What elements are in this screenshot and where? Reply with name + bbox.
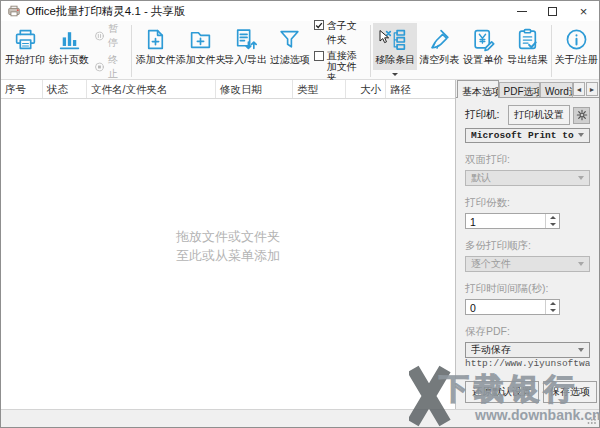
minimize-button[interactable] bbox=[506, 1, 537, 21]
gear-icon bbox=[576, 109, 588, 121]
pause-label: 暂停 bbox=[108, 22, 126, 50]
basic-options-body: 打印机: 打印机设置 Microsoft Print to PDF 双面打印: bbox=[456, 98, 599, 409]
close-button[interactable]: × bbox=[568, 1, 599, 21]
printer-icon bbox=[13, 27, 38, 52]
spinner-down-button[interactable] bbox=[546, 221, 559, 228]
resize-grip-icon[interactable] bbox=[586, 414, 597, 425]
stop-button[interactable]: 终止 bbox=[94, 53, 126, 81]
save-options-button[interactable]: 保存选项 bbox=[543, 381, 597, 403]
tab-pdf-options[interactable]: PDF选项 bbox=[499, 82, 541, 97]
include-subfolders-checkbox[interactable]: 含子文件夹 bbox=[314, 19, 367, 47]
title-bar: Office批量打印精灵4.1 - 共享版 × bbox=[1, 1, 599, 21]
dropdown-arrow-icon bbox=[392, 73, 398, 76]
spinner-down-icon bbox=[550, 309, 556, 312]
minimize-icon bbox=[517, 11, 527, 12]
filter-options-button[interactable]: 过滤选项 bbox=[268, 23, 312, 79]
start-print-label: 开始打印 bbox=[5, 54, 45, 66]
printer-select[interactable]: Microsoft Print to PDF bbox=[465, 128, 590, 143]
close-icon: × bbox=[580, 5, 588, 18]
pause-button[interactable]: 暂停 bbox=[94, 22, 126, 50]
restore-defaults-button[interactable]: 还原默认设置 bbox=[465, 381, 539, 403]
checkbox-unchecked-icon bbox=[314, 51, 324, 61]
count-pages-button[interactable]: 统计页数 bbox=[47, 23, 91, 79]
column-header-modified[interactable]: 修改日期 bbox=[216, 80, 293, 98]
status-bar bbox=[1, 409, 599, 427]
tab-scroll-right-button[interactable]: ► bbox=[586, 82, 598, 96]
app-icon bbox=[7, 4, 21, 18]
clipboard-check-icon bbox=[515, 27, 540, 52]
stop-label: 终止 bbox=[108, 53, 126, 81]
remove-items-split-button: 移除条目 bbox=[373, 23, 417, 79]
save-pdf-label: 保存PDF: bbox=[465, 325, 590, 339]
broom-icon bbox=[427, 27, 452, 52]
about-register-button[interactable]: 关于/注册 bbox=[554, 23, 598, 79]
options-panel: 基本选项 PDF选项 Word选项 ◄ ► 打印机: 打印机设置 bbox=[456, 80, 599, 409]
options-tabs: 基本选项 PDF选项 Word选项 ◄ ► bbox=[456, 80, 599, 98]
printer-label: 打印机: bbox=[465, 108, 499, 122]
info-icon bbox=[564, 27, 589, 52]
column-header-filename[interactable]: 文件名/文件夹名 bbox=[87, 80, 216, 98]
table-header: 序号 状态 文件名/文件夹名 修改日期 类型 大小 路径 bbox=[1, 80, 455, 99]
column-header-size[interactable]: 大小 bbox=[346, 80, 386, 98]
spinner-up-button[interactable] bbox=[546, 214, 559, 221]
combo-arrow-icon bbox=[578, 133, 584, 137]
about-register-label: 关于/注册 bbox=[555, 54, 598, 66]
printer-settings-button[interactable]: 打印机设置 bbox=[508, 105, 570, 125]
website-link[interactable]: http://www.yiyunsoftware.com/ bbox=[465, 358, 590, 381]
tab-scroll-left-button[interactable]: ◄ bbox=[573, 82, 585, 96]
window-controls: × bbox=[506, 1, 599, 21]
window-title: Office批量打印精灵4.1 - 共享版 bbox=[26, 4, 186, 19]
dropzone-hint: 拖放文件或文件夹 至此或从菜单添加 bbox=[1, 227, 455, 265]
column-header-type[interactable]: 类型 bbox=[293, 80, 346, 98]
remove-items-dropdown[interactable] bbox=[373, 70, 417, 79]
cursor-icon bbox=[379, 30, 391, 44]
interval-spinner[interactable]: 0 bbox=[465, 299, 560, 315]
column-header-index[interactable]: 序号 bbox=[1, 80, 43, 98]
printer-advanced-button[interactable] bbox=[573, 107, 590, 124]
count-pages-label: 统计页数 bbox=[49, 54, 89, 66]
set-unit-price-label: 设置单价 bbox=[463, 54, 503, 66]
yen-edit-icon bbox=[471, 27, 496, 52]
add-file-button[interactable]: 添加文件 bbox=[134, 23, 178, 79]
add-folder-label: 添加文件夹 bbox=[176, 54, 226, 66]
copy-order-label: 多份打印顺序: bbox=[465, 239, 590, 253]
export-results-label: 导出结果 bbox=[507, 54, 547, 66]
tab-word-options[interactable]: Word选项 bbox=[540, 82, 573, 97]
tab-basic-options[interactable]: 基本选项 bbox=[457, 80, 499, 98]
start-print-button[interactable]: 开始打印 bbox=[3, 23, 47, 79]
remove-items-button[interactable]: 移除条目 bbox=[373, 23, 417, 70]
combo-arrow-icon bbox=[578, 348, 584, 352]
duplex-select-value: 默认 bbox=[471, 171, 578, 185]
column-header-status[interactable]: 状态 bbox=[43, 80, 87, 98]
set-unit-price-button[interactable]: 设置单价 bbox=[461, 23, 505, 79]
clear-list-button[interactable]: 清空列表 bbox=[417, 23, 461, 79]
file-list-dropzone[interactable]: 拖放文件或文件夹 至此或从菜单添加 bbox=[1, 99, 455, 409]
file-plus-icon bbox=[143, 27, 168, 52]
file-list-section: 序号 状态 文件名/文件夹名 修改日期 类型 大小 路径 拖放文件或文件夹 至此… bbox=[1, 80, 456, 409]
remove-items-label: 移除条目 bbox=[375, 54, 415, 66]
direct-add-folder-label: 直接添加文件夹 bbox=[327, 50, 367, 83]
bar-chart-icon bbox=[57, 27, 82, 52]
column-header-path[interactable]: 路径 bbox=[386, 80, 455, 98]
spinner-down-icon bbox=[550, 223, 556, 226]
spinner-down-button[interactable] bbox=[546, 307, 559, 314]
export-results-button[interactable]: 导出结果 bbox=[505, 23, 549, 79]
toolbar-separator bbox=[370, 25, 371, 77]
filter-options-label: 过滤选项 bbox=[270, 54, 310, 66]
pause-icon bbox=[94, 30, 105, 42]
copies-spinner[interactable]: 1 bbox=[465, 213, 560, 229]
maximize-button[interactable] bbox=[537, 1, 568, 21]
content-area: 序号 状态 文件名/文件夹名 修改日期 类型 大小 路径 拖放文件或文件夹 至此… bbox=[1, 80, 599, 409]
direct-add-folder-checkbox[interactable]: 直接添加文件夹 bbox=[314, 50, 367, 83]
combo-arrow-icon bbox=[578, 262, 584, 266]
maximize-icon bbox=[548, 7, 557, 16]
duplex-select: 默认 bbox=[465, 170, 590, 186]
include-subfolders-label: 含子文件夹 bbox=[327, 19, 367, 47]
interval-spinner-buttons bbox=[545, 300, 559, 314]
copies-spinner-buttons bbox=[545, 214, 559, 228]
import-export-button[interactable]: 导入/导出 bbox=[224, 23, 268, 79]
add-folder-button[interactable]: 添加文件夹 bbox=[178, 23, 224, 79]
spinner-up-button[interactable] bbox=[546, 300, 559, 307]
dropzone-hint-line1: 拖放文件或文件夹 bbox=[1, 227, 455, 246]
save-pdf-select[interactable]: 手动保存 bbox=[465, 342, 590, 358]
